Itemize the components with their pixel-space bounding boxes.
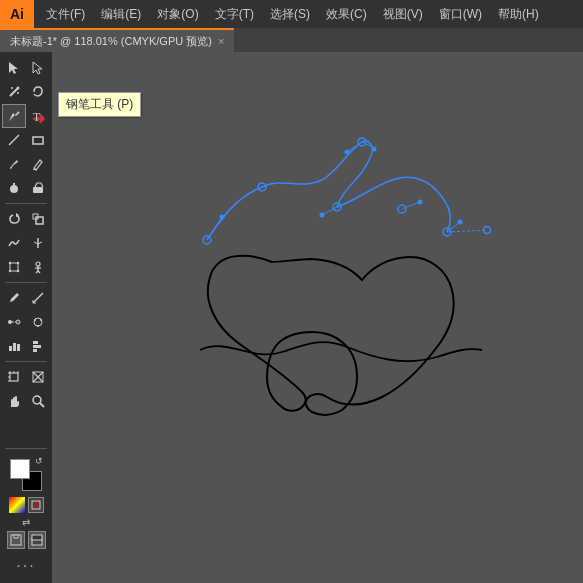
svg-rect-62 [32,535,42,540]
tool-row-blend [1,310,51,334]
svg-point-34 [8,320,12,324]
menu-help[interactable]: 帮助(H) [490,0,547,28]
svg-rect-14 [33,187,43,193]
svg-point-39 [40,319,42,321]
svg-point-66 [220,215,225,220]
svg-line-68 [347,142,362,152]
menu-bar: 文件(F) 编辑(E) 对象(O) 文字(T) 选择(S) 效果(C) 视图(V… [34,0,583,28]
menu-window[interactable]: 窗口(W) [431,0,490,28]
shape-tool[interactable] [26,128,50,152]
eraser-tool[interactable] [26,176,50,200]
more-tools-button[interactable]: ··· [16,557,35,575]
pen-tool[interactable]: ➜ [2,104,26,128]
menu-view[interactable]: 视图(V) [375,0,431,28]
svg-point-8 [18,112,20,114]
drawing-canvas [52,52,583,583]
fill-stroke-colors[interactable]: ↺ [7,456,45,494]
swap-colors-icon[interactable]: ⇄ [22,517,30,528]
svg-rect-44 [33,341,38,344]
puppet-warp-tool[interactable] [26,255,50,279]
rotate-tool[interactable] [2,207,26,231]
bar-graph-tool[interactable] [26,334,50,358]
separator-color [5,448,47,449]
svg-point-26 [36,262,40,266]
svg-line-81 [447,230,487,232]
none-color-icon[interactable] [28,497,44,513]
type-tool[interactable]: T [26,104,50,128]
svg-line-10 [9,135,19,145]
width-tool[interactable] [26,231,50,255]
menu-effect[interactable]: 效果(C) [318,0,375,28]
menu-type[interactable]: 文字(T) [207,0,262,28]
zoom-tool[interactable] [26,389,50,413]
svg-point-55 [33,396,41,404]
new-artboard-icon[interactable] [7,531,25,549]
tool-row-warp [1,231,51,255]
svg-text:T: T [33,110,41,123]
svg-line-29 [36,271,38,273]
svg-marker-1 [33,62,42,74]
svg-line-31 [33,293,43,303]
pencil-tool[interactable] [26,152,50,176]
slice-tool[interactable] [26,365,50,389]
svg-rect-60 [14,535,18,538]
active-tab[interactable]: 未标题-1* @ 118.01% (CMYK/GPU 预览) × [0,28,234,52]
menu-object[interactable]: 对象(O) [149,0,206,28]
column-graph-tool[interactable] [2,334,26,358]
paintbrush-tool[interactable] [2,152,26,176]
lasso-tool[interactable] [26,80,50,104]
fill-color-box[interactable] [10,459,30,479]
svg-point-40 [37,325,39,327]
tool-row-brush [1,152,51,176]
svg-rect-41 [9,346,12,351]
tab-close-button[interactable]: × [218,35,224,47]
tool-row-hand [1,389,51,413]
blob-brush-tool[interactable] [2,176,26,200]
tool-row-rotate [1,207,51,231]
svg-point-74 [320,213,325,218]
direct-selection-tool[interactable] [26,56,50,80]
svg-point-71 [372,147,377,152]
svg-rect-43 [17,344,20,351]
magic-wand-tool[interactable] [2,80,26,104]
blue-path-group [203,138,491,244]
eyedropper-tool[interactable] [2,286,26,310]
blend-tool[interactable] [2,310,26,334]
line-tool[interactable] [2,128,26,152]
scale-tool[interactable] [26,207,50,231]
warp-tool[interactable] [2,231,26,255]
svg-rect-21 [10,263,18,271]
menu-file[interactable]: 文件(F) [38,0,93,28]
svg-point-25 [17,270,19,272]
tool-row-artboard [1,365,51,389]
svg-line-65 [207,217,222,240]
tool-row-1 [1,56,51,80]
menu-edit[interactable]: 编辑(E) [93,0,149,28]
canvas-area[interactable] [52,52,583,583]
menu-select[interactable]: 选择(S) [262,0,318,28]
tool-row-line [1,128,51,152]
ai-logo: Ai [0,0,34,28]
default-colors-icon[interactable]: ↺ [35,456,45,466]
hand-tool[interactable] [2,389,26,413]
tool-row-eyedropper [1,286,51,310]
free-transform-tool[interactable] [2,255,26,279]
artboard-tool[interactable] [2,365,26,389]
svg-point-80 [458,220,463,225]
color-mode-icon[interactable] [9,497,25,513]
separator-3 [5,361,47,362]
svg-line-30 [38,271,40,273]
tabbar: 未标题-1* @ 118.01% (CMYK/GPU 预览) × [0,28,583,52]
selection-tool[interactable] [2,56,26,80]
titlebar: Ai 文件(F) 编辑(E) 对象(O) 文字(T) 选择(S) 效果(C) 视… [0,0,583,28]
svg-point-23 [17,262,19,264]
separator-1 [5,203,47,204]
svg-rect-42 [13,343,16,351]
tool-row-pen: ➜ T [1,104,51,128]
layer-icon[interactable] [28,531,46,549]
svg-point-35 [16,320,20,324]
measure-tool[interactable] [26,286,50,310]
svg-line-57 [32,501,40,509]
symbol-tool[interactable] [26,310,50,334]
svg-point-12 [10,185,18,193]
